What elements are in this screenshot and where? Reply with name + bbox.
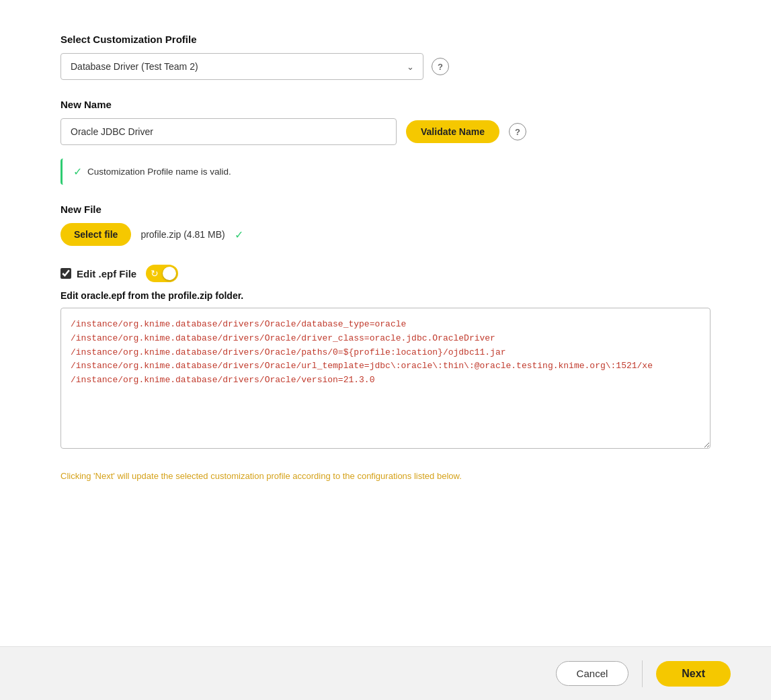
footer-divider [642,660,643,687]
edit-epf-header: Edit .epf File ↻ [60,265,711,282]
check-circle-icon: ✓ [73,165,82,178]
file-row: Select file profile.zip (4.81 MB) ✓ [60,223,711,246]
main-content: Select Customization Profile Database Dr… [0,0,771,646]
new-name-section: New Name Validate Name ? [60,99,711,145]
edit-epf-section: Edit .epf File ↻ Edit oracle.epf from th… [60,265,711,451]
next-button[interactable]: Next [656,661,731,687]
select-profile-title: Select Customization Profile [60,34,711,45]
select-file-button[interactable]: Select file [60,223,131,246]
epf-textarea[interactable]: /instance/org.knime.database/drivers/Ora… [60,308,711,449]
new-name-title: New Name [60,99,711,110]
new-file-title: New File [60,204,711,215]
validate-name-button[interactable]: Validate Name [406,120,499,143]
edit-epf-checkbox-label[interactable]: Edit .epf File [60,268,136,279]
new-name-input[interactable] [60,118,397,145]
file-check-icon: ✓ [235,228,243,241]
profile-help-icon[interactable]: ? [432,58,449,75]
edit-epf-toggle[interactable]: ↻ [146,265,178,282]
toggle-knob [163,267,176,280]
new-file-section: New File Select file profile.zip (4.81 M… [60,204,711,246]
page-container: Select Customization Profile Database Dr… [0,0,771,700]
info-text: Clicking 'Next' will update the selected… [60,471,711,481]
file-name-label: profile.zip (4.81 MB) [140,229,225,240]
dropdown-row: Database Driver (Test Team 2) ⌄ ? [60,53,711,80]
cancel-button[interactable]: Cancel [556,661,629,686]
edit-epf-label: Edit .epf File [77,268,136,279]
name-help-icon[interactable]: ? [509,123,526,140]
profile-dropdown-wrapper: Database Driver (Test Team 2) ⌄ [60,53,423,80]
edit-epf-checkbox[interactable] [60,268,71,279]
select-profile-section: Select Customization Profile Database Dr… [60,34,711,80]
validation-text: Customization Profile name is valid. [87,167,231,177]
refresh-icon: ↻ [151,268,159,279]
name-input-row: Validate Name ? [60,118,711,145]
footer: Cancel Next [0,646,771,700]
validation-message: ✓ Customization Profile name is valid. [60,159,343,185]
edit-epf-subtitle: Edit oracle.epf from the profile.zip fol… [60,290,711,301]
profile-dropdown[interactable]: Database Driver (Test Team 2) [60,53,423,80]
